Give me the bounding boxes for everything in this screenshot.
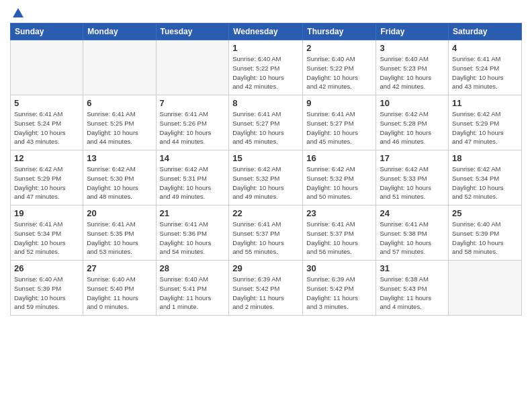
calendar-cell: 24Sunrise: 6:41 AM Sunset: 5:38 PM Dayli… — [376, 205, 449, 261]
day-info: Sunrise: 6:41 AM Sunset: 5:34 PM Dayligh… — [14, 220, 79, 257]
day-number: 31 — [380, 263, 445, 273]
calendar-cell — [11, 40, 83, 95]
weekday-header-wednesday: Wednesday — [229, 24, 303, 40]
day-number: 11 — [452, 98, 518, 108]
weekday-header-row: SundayMondayTuesdayWednesdayThursdayFrid… — [11, 24, 522, 40]
calendar-cell: 31Sunrise: 6:38 AM Sunset: 5:43 PM Dayli… — [376, 261, 449, 316]
day-info: Sunrise: 6:42 AM Sunset: 5:29 PM Dayligh… — [452, 109, 518, 146]
day-info: Sunrise: 6:40 AM Sunset: 5:39 PM Dayligh… — [452, 220, 518, 257]
day-number: 14 — [160, 153, 226, 163]
day-number: 24 — [380, 208, 445, 218]
day-number: 16 — [306, 153, 372, 163]
day-info: Sunrise: 6:41 AM Sunset: 5:25 PM Dayligh… — [87, 109, 152, 146]
day-info: Sunrise: 6:39 AM Sunset: 5:42 PM Dayligh… — [306, 275, 372, 312]
day-info: Sunrise: 6:40 AM Sunset: 5:23 PM Dayligh… — [380, 54, 445, 91]
day-info: Sunrise: 6:38 AM Sunset: 5:43 PM Dayligh… — [380, 275, 445, 312]
day-info: Sunrise: 6:41 AM Sunset: 5:27 PM Dayligh… — [232, 109, 299, 146]
calendar-week-1: 1Sunrise: 6:40 AM Sunset: 5:22 PM Daylig… — [11, 40, 522, 95]
calendar-cell: 21Sunrise: 6:41 AM Sunset: 5:36 PM Dayli… — [156, 205, 229, 261]
calendar-cell: 18Sunrise: 6:42 AM Sunset: 5:34 PM Dayli… — [449, 150, 522, 205]
day-number: 19 — [14, 208, 79, 218]
calendar-week-3: 12Sunrise: 6:42 AM Sunset: 5:29 PM Dayli… — [11, 150, 522, 205]
day-info: Sunrise: 6:42 AM Sunset: 5:34 PM Dayligh… — [452, 165, 518, 201]
day-number: 22 — [232, 208, 299, 218]
calendar-cell: 25Sunrise: 6:40 AM Sunset: 5:39 PM Dayli… — [449, 205, 522, 261]
day-number: 26 — [14, 263, 79, 273]
day-info: Sunrise: 6:40 AM Sunset: 5:39 PM Dayligh… — [14, 275, 79, 312]
weekday-header-tuesday: Tuesday — [156, 24, 229, 40]
svg-marker-0 — [13, 8, 24, 17]
calendar-cell: 11Sunrise: 6:42 AM Sunset: 5:29 PM Dayli… — [449, 95, 522, 150]
day-number: 29 — [232, 263, 299, 273]
calendar-cell: 10Sunrise: 6:42 AM Sunset: 5:28 PM Dayli… — [376, 95, 449, 150]
calendar-cell: 4Sunrise: 6:41 AM Sunset: 5:24 PM Daylig… — [449, 40, 522, 95]
weekday-header-sunday: Sunday — [11, 24, 83, 40]
day-number: 8 — [232, 98, 299, 108]
day-number: 28 — [160, 263, 226, 273]
calendar-cell: 23Sunrise: 6:41 AM Sunset: 5:37 PM Dayli… — [303, 205, 376, 261]
day-number: 12 — [14, 153, 79, 163]
page-header — [10, 7, 522, 17]
calendar-cell: 28Sunrise: 6:40 AM Sunset: 5:41 PM Dayli… — [156, 261, 229, 316]
calendar-week-4: 19Sunrise: 6:41 AM Sunset: 5:34 PM Dayli… — [11, 205, 522, 261]
day-number: 6 — [87, 98, 152, 108]
day-info: Sunrise: 6:41 AM Sunset: 5:26 PM Dayligh… — [160, 109, 226, 146]
day-info: Sunrise: 6:41 AM Sunset: 5:36 PM Dayligh… — [160, 220, 226, 257]
day-info: Sunrise: 6:40 AM Sunset: 5:22 PM Dayligh… — [306, 54, 372, 91]
day-number: 1 — [232, 43, 299, 53]
calendar-cell: 12Sunrise: 6:42 AM Sunset: 5:29 PM Dayli… — [11, 150, 83, 205]
calendar-cell: 15Sunrise: 6:42 AM Sunset: 5:32 PM Dayli… — [229, 150, 303, 205]
calendar-week-2: 5Sunrise: 6:41 AM Sunset: 5:24 PM Daylig… — [11, 95, 522, 150]
day-number: 17 — [380, 153, 445, 163]
calendar-cell: 9Sunrise: 6:41 AM Sunset: 5:27 PM Daylig… — [303, 95, 376, 150]
day-info: Sunrise: 6:42 AM Sunset: 5:33 PM Dayligh… — [380, 165, 445, 201]
calendar-cell: 30Sunrise: 6:39 AM Sunset: 5:42 PM Dayli… — [303, 261, 376, 316]
calendar-cell: 13Sunrise: 6:42 AM Sunset: 5:30 PM Dayli… — [83, 150, 156, 205]
day-info: Sunrise: 6:42 AM Sunset: 5:32 PM Dayligh… — [306, 165, 372, 201]
day-info: Sunrise: 6:40 AM Sunset: 5:41 PM Dayligh… — [160, 275, 226, 312]
calendar-cell: 8Sunrise: 6:41 AM Sunset: 5:27 PM Daylig… — [229, 95, 303, 150]
calendar-cell: 29Sunrise: 6:39 AM Sunset: 5:42 PM Dayli… — [229, 261, 303, 316]
day-number: 4 — [452, 43, 518, 53]
logo-text — [10, 7, 25, 20]
day-info: Sunrise: 6:42 AM Sunset: 5:31 PM Dayligh… — [160, 165, 226, 201]
day-info: Sunrise: 6:40 AM Sunset: 5:22 PM Dayligh… — [232, 54, 299, 91]
calendar-cell — [449, 261, 522, 316]
day-number: 7 — [160, 98, 226, 108]
calendar-cell: 7Sunrise: 6:41 AM Sunset: 5:26 PM Daylig… — [156, 95, 229, 150]
calendar-week-5: 26Sunrise: 6:40 AM Sunset: 5:39 PM Dayli… — [11, 261, 522, 316]
calendar-cell: 1Sunrise: 6:40 AM Sunset: 5:22 PM Daylig… — [229, 40, 303, 95]
day-number: 21 — [160, 208, 226, 218]
calendar-cell: 16Sunrise: 6:42 AM Sunset: 5:32 PM Dayli… — [303, 150, 376, 205]
day-info: Sunrise: 6:41 AM Sunset: 5:27 PM Dayligh… — [306, 109, 372, 146]
day-number: 3 — [380, 43, 445, 53]
calendar-cell: 5Sunrise: 6:41 AM Sunset: 5:24 PM Daylig… — [11, 95, 83, 150]
day-info: Sunrise: 6:42 AM Sunset: 5:32 PM Dayligh… — [232, 165, 299, 201]
day-info: Sunrise: 6:41 AM Sunset: 5:24 PM Dayligh… — [452, 54, 518, 91]
day-info: Sunrise: 6:41 AM Sunset: 5:37 PM Dayligh… — [232, 220, 299, 257]
day-number: 10 — [380, 98, 445, 108]
day-info: Sunrise: 6:39 AM Sunset: 5:42 PM Dayligh… — [232, 275, 299, 312]
day-info: Sunrise: 6:42 AM Sunset: 5:30 PM Dayligh… — [87, 165, 152, 201]
calendar-cell: 6Sunrise: 6:41 AM Sunset: 5:25 PM Daylig… — [83, 95, 156, 150]
calendar-cell: 2Sunrise: 6:40 AM Sunset: 5:22 PM Daylig… — [303, 40, 376, 95]
day-number: 27 — [87, 263, 152, 273]
day-number: 2 — [306, 43, 372, 53]
calendar-cell: 3Sunrise: 6:40 AM Sunset: 5:23 PM Daylig… — [376, 40, 449, 95]
day-number: 23 — [306, 208, 372, 218]
calendar-header: SundayMondayTuesdayWednesdayThursdayFrid… — [11, 24, 522, 40]
calendar-cell: 27Sunrise: 6:40 AM Sunset: 5:40 PM Dayli… — [83, 261, 156, 316]
calendar-cell: 26Sunrise: 6:40 AM Sunset: 5:39 PM Dayli… — [11, 261, 83, 316]
day-number: 30 — [306, 263, 372, 273]
calendar-cell: 19Sunrise: 6:41 AM Sunset: 5:34 PM Dayli… — [11, 205, 83, 261]
calendar-cell: 17Sunrise: 6:42 AM Sunset: 5:33 PM Dayli… — [376, 150, 449, 205]
calendar-cell: 14Sunrise: 6:42 AM Sunset: 5:31 PM Dayli… — [156, 150, 229, 205]
day-info: Sunrise: 6:42 AM Sunset: 5:28 PM Dayligh… — [380, 109, 445, 146]
day-info: Sunrise: 6:41 AM Sunset: 5:35 PM Dayligh… — [87, 220, 152, 257]
day-info: Sunrise: 6:41 AM Sunset: 5:37 PM Dayligh… — [306, 220, 372, 257]
day-number: 25 — [452, 208, 518, 218]
calendar-table: SundayMondayTuesdayWednesdayThursdayFrid… — [10, 23, 522, 316]
calendar-cell: 20Sunrise: 6:41 AM Sunset: 5:35 PM Dayli… — [83, 205, 156, 261]
day-info: Sunrise: 6:41 AM Sunset: 5:24 PM Dayligh… — [14, 109, 79, 146]
day-number: 15 — [232, 153, 299, 163]
